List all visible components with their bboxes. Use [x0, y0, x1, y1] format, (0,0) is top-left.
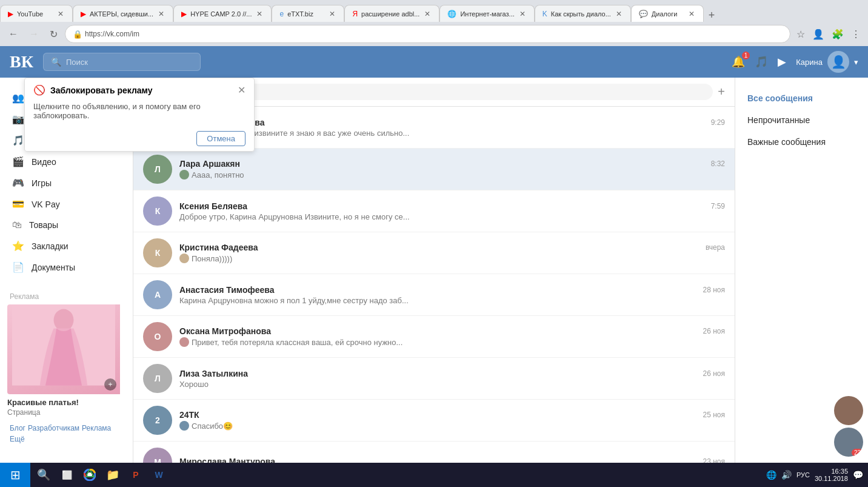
ad-plus-button[interactable]: +: [104, 378, 116, 391]
browser-tab-tab3[interactable]: ▶ HYPE CAMP 2.0 //... ✕: [173, 5, 272, 22]
vk-search-input[interactable]: [66, 58, 187, 67]
forward-button[interactable]: →: [25, 26, 42, 42]
sidebar-item-товары[interactable]: 🛍 Товары: [0, 215, 133, 235]
sidebar-item-игры[interactable]: 🎮 Игры: [0, 172, 133, 193]
browser-tab-tab8[interactable]: 💬 Диалоги ✕: [631, 5, 704, 22]
language-indicator[interactable]: РУС: [796, 471, 810, 479]
footer-link-блог[interactable]: Блог: [10, 424, 25, 432]
tab-close-icon[interactable]: ✕: [56, 8, 65, 19]
taskbar-app-icons: 🔍 ⬜ 📁 P W: [30, 464, 172, 486]
music-icon[interactable]: 🎵: [755, 55, 768, 69]
chrome-icon[interactable]: [79, 464, 101, 486]
notification-center-icon[interactable]: 💬: [853, 470, 863, 480]
right-panel-item-важные-сообщения[interactable]: Важные сообщения: [735, 131, 868, 153]
tab-close-icon[interactable]: ✕: [423, 8, 432, 19]
tab-close-icon[interactable]: ✕: [518, 8, 527, 19]
browser-tab-tab5[interactable]: Я расширение adbl... ✕: [344, 5, 439, 22]
tab-close-icon[interactable]: ✕: [157, 8, 165, 19]
reload-button[interactable]: ↻: [46, 26, 61, 42]
main-layout: 👥 Группы 📷 Фотографии 🎵 Музыка 🎬 Видео 🎮…: [0, 78, 868, 487]
right-panel-item-непрочитанные[interactable]: Непрочитанные: [735, 109, 868, 131]
ad-image-container[interactable]: +: [7, 304, 125, 394]
user-profile[interactable]: Карина 👤 ▾: [796, 51, 858, 73]
close-icon[interactable]: ✕: [238, 84, 245, 96]
preview-text: Аааа, понятно: [192, 170, 244, 180]
tab-close-icon[interactable]: ✕: [687, 8, 696, 19]
cortana-icon[interactable]: ⬜: [56, 464, 78, 486]
notifications-icon[interactable]: 🔔 1: [732, 55, 745, 69]
menu-button[interactable]: ⋮: [849, 26, 863, 42]
conversation-name: 24ТК: [179, 410, 199, 420]
conversation-item[interactable]: О Оксана Митрофанова 26 ноя Привет, тебя…: [133, 316, 735, 358]
avatar-inner: Л: [143, 155, 172, 184]
conversation-item[interactable]: Л Лара Аршакян 8:32 Аааа, понятно: [133, 149, 735, 190]
conversation-avatar: 2: [143, 406, 172, 435]
extension-button[interactable]: 🧩: [829, 26, 846, 42]
volume-icon[interactable]: 🔊: [781, 470, 792, 480]
right-panel-item-все-сообщения[interactable]: Все сообщения: [735, 87, 868, 109]
footer-link-разработчикам[interactable]: Разработчикам: [28, 424, 79, 432]
conversation-top: Мария Синиченкова 9:29: [179, 118, 725, 127]
conversation-item[interactable]: К Ксения Беляева 7:59 Доброе утро, Карин…: [133, 190, 735, 232]
conversation-item[interactable]: А Анастасия Тимофеева 28 ноя Карина Арцр…: [133, 274, 735, 316]
sidebar-label: Документы: [32, 263, 75, 272]
explorer-icon[interactable]: 📁: [102, 464, 124, 486]
conversation-preview: Карина Арцруновна извините я знаю я вас …: [179, 129, 725, 138]
new-tab-button[interactable]: +: [704, 9, 720, 22]
browser-tab-tab4[interactable]: e eTXT.biz ✕: [272, 5, 344, 22]
back-button[interactable]: ←: [5, 26, 22, 42]
conversation-item[interactable]: Л Лиза Затылкина 26 ноя Хорошо: [133, 358, 735, 400]
network-icon[interactable]: 🌐: [766, 470, 776, 480]
floating-user-1[interactable]: [834, 396, 863, 425]
profile-button[interactable]: 👤: [810, 26, 827, 42]
browser-tab-tab2[interactable]: ▶ АКТЕРЫ, сидевши... ✕: [73, 5, 173, 22]
video-icon[interactable]: ▶: [778, 55, 786, 69]
cancel-button[interactable]: Отмена: [196, 131, 245, 146]
vk-search-bar[interactable]: 🔍: [43, 53, 201, 71]
ad-blocker-icon: 🚫: [33, 84, 45, 96]
add-conversation-icon[interactable]: +: [718, 85, 725, 99]
vk-logo[interactable]: ВК: [10, 52, 33, 72]
url-text: https://vk.com/im: [85, 30, 139, 38]
conversation-preview: Спасибо😊: [179, 421, 725, 431]
lock-icon: 🔒: [73, 30, 82, 39]
powerpoint-icon[interactable]: P: [125, 464, 147, 486]
tab-close-icon[interactable]: ✕: [615, 8, 623, 19]
conversation-name: Анастасия Тимофеева: [179, 285, 274, 295]
tab-bar: ▶ YouTube ✕ ▶ АКТЕРЫ, сидевши... ✕ ▶ HYP…: [0, 0, 868, 22]
conversation-time: 8:32: [711, 160, 725, 168]
sidebar-item-vk-pay[interactable]: 💳 VK Pay: [0, 193, 133, 215]
conversation-item[interactable]: 2 24ТК 25 ноя Спасибо😊: [133, 400, 735, 442]
search-taskbar-icon[interactable]: 🔍: [33, 464, 55, 486]
browser-tab-tab7[interactable]: K Как скрыть диало... ✕: [535, 5, 631, 22]
bookmark-button[interactable]: ☆: [794, 26, 807, 42]
conversation-avatar: О: [143, 322, 172, 351]
conversation-time: 26 ноя: [703, 369, 725, 378]
tab-close-icon[interactable]: ✕: [255, 8, 264, 19]
tab-close-icon[interactable]: ✕: [328, 8, 336, 19]
footer-link-реклама[interactable]: Реклама: [82, 424, 111, 432]
conversation-body: Оксана Митрофанова 26 ноя Привет, тебя п…: [179, 326, 725, 347]
vk-header: ВК 🔍 🔔 1 🎵 ▶ Карина 👤 ▾: [0, 46, 868, 78]
conversation-item[interactable]: К Кристина Фадеева вчера Поняла))))): [133, 232, 735, 274]
sidebar-item-документы[interactable]: 📄 Документы: [0, 257, 133, 278]
footer-link-ещё[interactable]: Ещё: [10, 435, 25, 443]
browser-tab-tab1[interactable]: ▶ YouTube ✕: [0, 5, 73, 22]
conversation-avatar: К: [143, 196, 172, 226]
url-input[interactable]: 🔒 https://vk.com/im: [65, 25, 790, 43]
preview-text: Спасибо😊: [192, 422, 233, 431]
start-button[interactable]: ⊞: [0, 463, 30, 487]
sidebar-icon: 🎬: [12, 156, 24, 167]
floating-user-2[interactable]: 23: [834, 428, 863, 457]
sidebar-item-закладки[interactable]: ⭐ Закладки: [0, 235, 133, 257]
sidebar-label: Видео: [32, 157, 56, 167]
avatar-inner: О: [143, 322, 172, 351]
conversation-list: М Мария Синиченкова 9:29 Карина Арцрунов…: [133, 107, 735, 471]
word-icon[interactable]: W: [148, 464, 170, 486]
conversation-name: Лара Аршакян: [179, 159, 240, 169]
conversation-time: вчера: [706, 243, 725, 252]
tab-title: YouTube: [17, 10, 53, 18]
preview-text: Поняла))))): [192, 254, 232, 263]
browser-tab-tab6[interactable]: 🌐 Интернет-магаз... ✕: [439, 5, 534, 22]
sidebar-item-видео[interactable]: 🎬 Видео: [0, 151, 133, 172]
